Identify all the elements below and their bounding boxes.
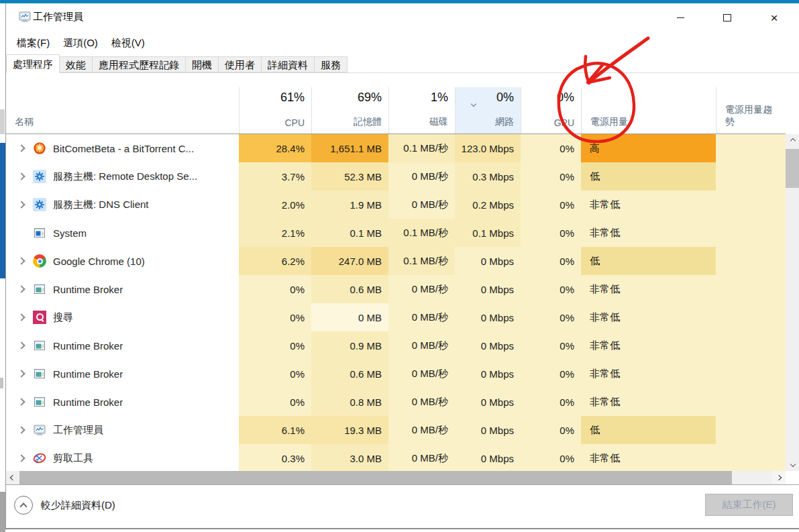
horizontal-scrollbar[interactable] (6, 471, 786, 484)
close-button[interactable]: × (759, 7, 790, 28)
column-header-memory[interactable]: 69%記憶體 (311, 87, 388, 134)
chevron-down-icon (790, 462, 795, 467)
cell-power-trend (716, 444, 786, 471)
scroll-right-button[interactable] (772, 471, 786, 484)
column-header-trend[interactable]: 電源用量趨勢 (716, 87, 786, 134)
vertical-scrollbar[interactable] (786, 134, 799, 471)
cell-name: 剪取工具 (6, 444, 239, 471)
cell-disk: 0 MB/秒 (388, 360, 455, 388)
horizontal-scroll-thumb[interactable] (19, 471, 732, 484)
expand-chevron-icon[interactable] (14, 399, 29, 405)
process-row-1[interactable]: 服務主機: Remote Desktop Se...3.7%52.3 MB0 M… (6, 162, 786, 191)
background-fragment-left-2 (0, 378, 3, 388)
fewer-details-label[interactable]: 較少詳細資料(D) (41, 499, 115, 512)
menu-file[interactable]: 檔案(F) (10, 35, 56, 52)
expand-chevron-icon[interactable] (14, 202, 29, 207)
process-row-4[interactable]: Google Chrome (10)6.2%247.0 MB0.1 MB/秒0 … (6, 247, 786, 275)
expand-chevron-icon[interactable] (14, 174, 29, 179)
app-window-icon (33, 395, 46, 409)
cell-gpu: 0% (521, 219, 581, 247)
cell-gpu: 0% (521, 247, 581, 275)
cell-name: Runtime Broker (6, 331, 239, 360)
cell-disk: 0 MB/秒 (388, 303, 455, 331)
cell-power: 非常低 (581, 275, 716, 303)
minimize-button[interactable] (665, 7, 696, 28)
process-row-6[interactable]: 搜尋0%0 MB0 MB/秒0 Mbps0%非常低 (6, 303, 786, 331)
chevron-right-icon (776, 475, 782, 480)
close-icon: × (770, 11, 778, 24)
expand-chevron-icon[interactable] (14, 371, 29, 376)
process-name: 服務主機: DNS Client (53, 199, 149, 211)
cell-network: 0 Mbps (455, 247, 521, 275)
scroll-up-button[interactable] (786, 134, 799, 148)
column-header-name[interactable]: 名稱 (6, 87, 239, 134)
column-header-power[interactable]: 電源用量 (581, 87, 716, 134)
chrome-icon (33, 254, 46, 268)
maximize-button[interactable] (712, 7, 743, 28)
cell-power: 非常低 (581, 444, 716, 471)
tab-details[interactable]: 詳細資料 (262, 56, 315, 72)
search-icon (33, 311, 46, 324)
cell-gpu: 0% (521, 331, 581, 360)
column-label-gpu: GPU (554, 117, 574, 128)
column-usage-cpu: 61% (280, 91, 305, 105)
expand-chevron-icon[interactable] (14, 427, 29, 433)
process-row-5[interactable]: Runtime Broker0%0.6 MB0 MB/秒0 Mbps0%非常低 (6, 275, 786, 303)
cell-cpu: 0% (239, 275, 311, 303)
cell-network: 0 Mbps (455, 360, 521, 388)
cell-memory: 1.9 MB (311, 191, 388, 219)
cell-memory: 0.6 MB (311, 360, 388, 388)
cell-power: 非常低 (581, 331, 716, 360)
tab-processes[interactable]: 處理程序 (6, 54, 60, 73)
expand-chevron-icon[interactable] (14, 456, 29, 461)
cell-disk: 0 MB/秒 (388, 275, 455, 303)
process-row-3[interactable]: System2.1%0.1 MB0.1 MB/秒0.1 Mbps0%非常低 (6, 219, 786, 247)
menu-view[interactable]: 檢視(V) (105, 35, 152, 52)
expand-chevron-icon[interactable] (14, 258, 29, 264)
tab-performance[interactable]: 效能 (60, 56, 93, 72)
expand-chevron-icon[interactable] (14, 146, 29, 151)
tab-startup[interactable]: 開機 (186, 56, 219, 72)
window-title: 工作管理員 (33, 11, 83, 23)
expand-chevron-icon[interactable] (14, 286, 29, 292)
process-name: Runtime Broker (53, 368, 123, 380)
tab-services[interactable]: 服務 (315, 56, 348, 72)
chevron-left-icon (10, 475, 15, 480)
fewer-details-button[interactable] (14, 496, 33, 515)
task-manager-window: 工作管理員 × 檔案(F)選項(O)檢視(V) 處理程序效能應用程式歷程記錄開機… (5, 3, 799, 529)
cell-gpu: 0% (521, 388, 581, 416)
process-row-2[interactable]: 服務主機: DNS Client2.0%1.9 MB0 MB/秒0.2 Mbps… (6, 191, 786, 219)
process-row-8[interactable]: Runtime Broker0%0.6 MB0 MB/秒0 Mbps0%非常低 (6, 360, 786, 388)
cell-power-trend (716, 162, 786, 191)
process-row-0[interactable]: BitCometBeta - a BitTorrent C...28.4%1,6… (6, 134, 786, 162)
process-row-10[interactable]: 工作管理員6.1%19.3 MB0 MB/秒0 Mbps0%低 (6, 416, 786, 444)
column-header-network[interactable]: 0%網路 (455, 87, 521, 134)
cell-disk: 0 MB/秒 (388, 444, 455, 471)
column-header-disk[interactable]: 1%磁碟 (388, 87, 455, 134)
cell-memory: 3.0 MB (311, 444, 388, 471)
scroll-left-button[interactable] (6, 471, 19, 484)
menu-options[interactable]: 選項(O) (56, 35, 105, 52)
end-task-button[interactable]: 結束工作(E) (705, 494, 793, 516)
service-gear-icon (33, 198, 46, 211)
maximize-icon (723, 14, 731, 21)
process-row-11[interactable]: 剪取工具0.3%3.0 MB0 MB/秒0 Mbps0%非常低 (6, 444, 786, 471)
tab-users[interactable]: 使用者 (219, 56, 262, 72)
process-row-9[interactable]: Runtime Broker0%0.8 MB0 MB/秒0 Mbps0%非常低 (6, 388, 786, 416)
process-row-7[interactable]: Runtime Broker0%0.9 MB0 MB/秒0 Mbps0%非常低 (6, 331, 786, 360)
column-usage-memory: 69% (358, 91, 382, 105)
process-name: 服務主機: Remote Desktop Se... (53, 170, 197, 183)
cell-gpu: 0% (521, 275, 581, 303)
scroll-down-button[interactable] (786, 458, 799, 471)
cell-disk: 0 MB/秒 (388, 331, 455, 360)
cell-memory: 0.1 MB (311, 219, 388, 247)
expand-chevron-icon[interactable] (14, 315, 29, 320)
process-name: Runtime Broker (53, 340, 123, 352)
expand-chevron-icon[interactable] (14, 343, 29, 348)
column-header-cpu[interactable]: 61%CPU (239, 87, 311, 134)
tab-app-history[interactable]: 應用程式歷程記錄 (93, 56, 186, 72)
cell-gpu: 0% (521, 416, 581, 444)
column-header-gpu[interactable]: 0%GPU (521, 87, 581, 134)
process-name: 工作管理員 (53, 424, 103, 437)
vertical-scroll-thumb[interactable] (786, 149, 799, 188)
